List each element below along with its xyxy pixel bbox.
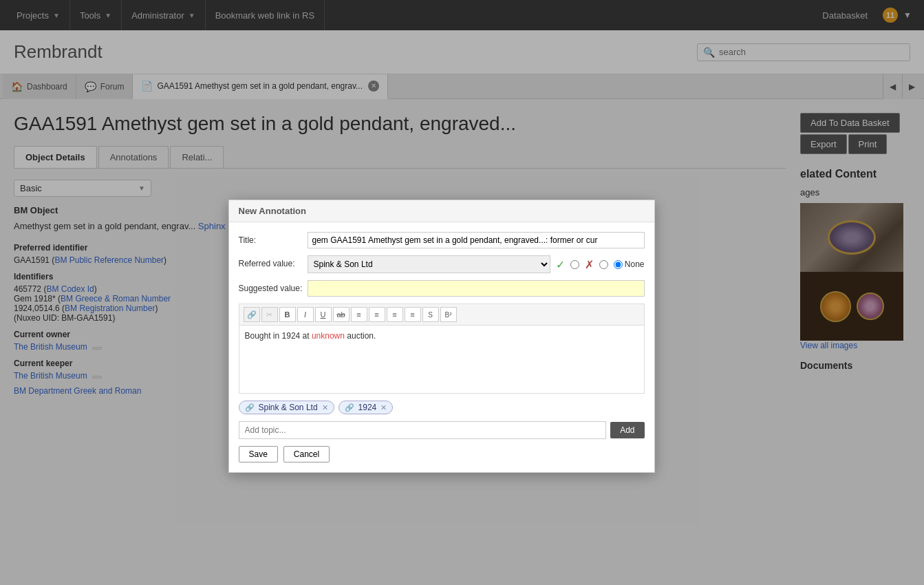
referred-value-label: Referred value: bbox=[239, 255, 308, 268]
title-label: Title: bbox=[239, 232, 308, 245]
referred-value-field: Spink & Son Ltd ✓ ✗ None bbox=[308, 255, 645, 273]
modal-body: Title: Referred value: Spink & Son Ltd ✓ bbox=[229, 222, 654, 410]
referred-value-select[interactable]: Spink & Son Ltd bbox=[308, 255, 550, 273]
referred-row: Spink & Son Ltd ✓ ✗ None bbox=[308, 255, 645, 273]
check-icon: ✓ bbox=[556, 258, 565, 271]
editor-btn-underline[interactable]: U bbox=[315, 307, 332, 322]
editor-btn-strikethrough[interactable]: ab bbox=[333, 307, 350, 322]
suggested-value-row: Suggested value: bbox=[239, 280, 645, 297]
highlight-unknown: unknown bbox=[312, 331, 345, 341]
radio-x[interactable] bbox=[599, 260, 608, 269]
editor-btn-unlink[interactable]: ✂ bbox=[261, 307, 278, 322]
editor-toolbar: 🔗 ✂ B I U ab ≡ ≡ ≡ ≡ S B² bbox=[239, 304, 645, 325]
editor-btn-link[interactable]: 🔗 bbox=[244, 307, 260, 322]
editor-btn-special-1[interactable]: S bbox=[422, 307, 439, 322]
x-icon: ✗ bbox=[585, 258, 594, 271]
tag-spink-label: Spink & Son Ltd bbox=[259, 403, 318, 410]
radio-none-label: None bbox=[625, 259, 645, 269]
new-annotation-modal: New Annotation Title: Referred value: Sp… bbox=[228, 200, 655, 410]
tag-1924-close[interactable]: ✕ bbox=[380, 403, 387, 410]
radio-check-input[interactable] bbox=[570, 260, 579, 269]
tags-row: 🔗 Spink & Son Ltd ✕ 🔗 1924 ✕ bbox=[239, 401, 645, 410]
tag-spink: 🔗 Spink & Son Ltd ✕ bbox=[239, 401, 334, 410]
radio-none-input[interactable] bbox=[614, 260, 623, 269]
editor-btn-italic[interactable]: I bbox=[297, 307, 314, 322]
title-row: Title: bbox=[239, 232, 645, 248]
title-input[interactable] bbox=[308, 232, 645, 248]
suggested-value-input[interactable] bbox=[308, 280, 645, 297]
tag-1924: 🔗 1924 ✕ bbox=[339, 401, 394, 410]
suggested-value-field bbox=[308, 280, 645, 297]
tag-1924-label: 1924 bbox=[358, 403, 377, 410]
tag-link-icon-1: 🔗 bbox=[245, 403, 255, 410]
editor-btn-align-left[interactable]: ≡ bbox=[351, 307, 367, 322]
editor-btn-special-2[interactable]: B² bbox=[440, 307, 457, 322]
radio-x-input[interactable] bbox=[599, 260, 608, 269]
editor-btn-align-center[interactable]: ≡ bbox=[369, 307, 385, 322]
editor-btn-align-right[interactable]: ≡ bbox=[387, 307, 403, 322]
suggested-value-label: Suggested value: bbox=[239, 280, 308, 293]
radio-check[interactable] bbox=[570, 260, 579, 269]
editor-btn-justify[interactable]: ≡ bbox=[405, 307, 421, 322]
tag-link-icon-2: 🔗 bbox=[345, 403, 354, 410]
modal-header: New Annotation bbox=[229, 200, 654, 222]
editor-btn-bold[interactable]: B bbox=[279, 307, 296, 322]
radio-none[interactable]: None bbox=[614, 259, 645, 269]
editor-area[interactable]: Bought in 1924 at unknown auction. bbox=[239, 325, 645, 394]
referred-value-row: Referred value: Spink & Son Ltd ✓ ✗ bbox=[239, 255, 645, 273]
tag-spink-close[interactable]: ✕ bbox=[322, 403, 328, 410]
title-field bbox=[308, 232, 645, 248]
modal-overlay: New Annotation Title: Referred value: Sp… bbox=[0, 0, 924, 410]
